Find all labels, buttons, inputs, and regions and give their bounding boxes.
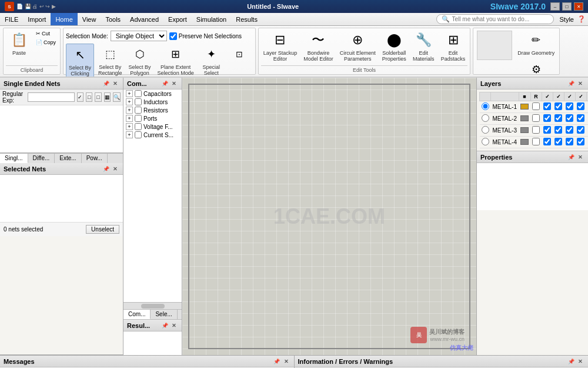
select-clicking-button[interactable]: ↖ Select ByClicking [66,44,94,78]
messages-pin-btn[interactable]: 📌 [273,357,281,366]
tree-expand-ports[interactable]: + [126,115,133,122]
minimize-button[interactable]: – [550,2,560,11]
layer-b-1[interactable] [554,114,562,122]
circuit-element-button[interactable]: ⊕ Circuit ElementParameters [338,29,378,64]
layer-v-1[interactable] [566,114,573,122]
layer-g-3[interactable] [543,138,551,145]
menu-results[interactable]: Results [231,13,262,25]
tree-checkbox-res[interactable] [135,107,142,114]
layer-s-1[interactable] [577,114,584,122]
search-input[interactable] [452,16,540,22]
layer-g-0[interactable] [543,102,551,110]
layers-pin-btn[interactable]: 📌 [567,79,575,88]
info-close-btn[interactable]: ✕ [576,357,584,366]
layer-v-3[interactable] [566,138,573,145]
results-pin-btn[interactable]: 📌 [161,321,169,330]
draw-geometry-button[interactable]: ✏ Draw Geometry [515,29,557,58]
layer-b-2[interactable] [554,126,562,134]
tree-expand-vol[interactable]: + [126,123,133,130]
tab-sele[interactable]: Sele... [151,310,177,319]
layer-v-2[interactable] [566,126,573,134]
regex-btn-1[interactable]: ✓ [77,92,83,102]
edit-padstacks-button[interactable]: ⊞ EditPadstacks [439,29,468,64]
options-button[interactable]: ⚙ Options [515,59,557,78]
tree-expand-cap[interactable]: + [126,90,133,97]
tab-pow[interactable]: Pow... [82,154,108,163]
tree-checkbox-ports[interactable] [135,115,142,122]
copy-button[interactable]: 📄 Copy [34,38,58,47]
tree-item-voltage[interactable]: + Voltage F... [123,122,182,131]
tab-com[interactable]: Com... [123,310,151,319]
selected-nets-pin-btn[interactable]: 📌 [102,165,110,173]
tree-item-ports[interactable]: + Ports [123,114,182,122]
unselect-button[interactable]: Unselect [86,225,119,234]
tab-ext[interactable]: Exte... [55,154,81,163]
properties-pin-btn[interactable]: 📌 [567,153,575,161]
restore-button[interactable]: □ [562,2,572,11]
tree-item-resistors[interactable]: + Resistors [123,106,182,114]
tree-checkbox-cap[interactable] [135,90,142,97]
regex-input[interactable] [28,92,75,102]
plane-extent-button[interactable]: ⊞ Plane ExtentSelection Mode [155,44,196,78]
info-pin-btn[interactable]: 📌 [567,357,575,366]
layer-s-0[interactable] [577,102,584,110]
layer-radio-3[interactable] [482,138,489,145]
tree-checkbox-vol[interactable] [135,123,142,130]
menu-tools[interactable]: Tools [101,13,125,25]
regex-btn-2[interactable]: □ [86,92,92,102]
layer-r-3[interactable] [532,138,540,145]
tree-expand-ind[interactable]: + [126,98,133,105]
tree-item-current[interactable]: + Current S... [123,131,182,139]
select-rectangle-button[interactable]: ⬚ Select ByRectangle [96,44,125,78]
comp-tree-close-btn[interactable]: ✕ [170,79,178,88]
layer-r-0[interactable] [532,102,540,110]
select-polygon-button[interactable]: ⬡ Select ByPolygon [126,44,153,78]
tab-single[interactable]: Singl... [0,154,28,163]
tree-scroll-bar[interactable] [123,302,182,309]
menu-simulation[interactable]: Simulation [192,13,231,25]
single-ended-pin-btn[interactable]: 📌 [102,79,110,88]
selected-nets-close-btn[interactable]: ✕ [111,165,119,173]
menu-file[interactable]: FILE [0,13,23,25]
menu-export[interactable]: Export [163,13,192,25]
menu-view[interactable]: View [78,13,101,25]
bondwire-button[interactable]: 〜 BondwireModel Editor [301,29,336,64]
cut-button[interactable]: ✂ Cut [34,29,58,38]
extra-select-button[interactable]: ⊡ [226,44,253,66]
messages-close-btn[interactable]: ✕ [282,357,290,366]
tree-checkbox-ind[interactable] [135,98,142,105]
tree-item-inductors[interactable]: + Inductors [123,98,182,106]
layer-radio-1[interactable] [482,114,489,122]
layer-g-2[interactable] [543,126,551,134]
layer-r-1[interactable] [532,114,540,122]
search-bar[interactable]: 🔍 [436,14,554,24]
canvas-wrapper[interactable]: 1CAE.COM 吴 吴川斌的博客 www.mr-wu.cn 仿真大佬 [182,78,476,355]
regex-btn-5[interactable]: 🔍 [113,92,121,102]
edit-materials-button[interactable]: 🔧 EditMaterials [410,29,437,64]
properties-close-btn[interactable]: ✕ [576,153,584,161]
style-button[interactable]: Style [556,16,577,23]
special-select-button[interactable]: ✦ SpecialSelect [198,44,225,78]
layer-s-2[interactable] [577,126,584,134]
layer-v-0[interactable] [566,102,573,110]
single-ended-close-btn[interactable]: ✕ [111,79,119,88]
menu-advanced[interactable]: Advanced [125,13,163,25]
paste-button[interactable]: 📋 Paste [6,29,32,58]
menu-home[interactable]: Home [51,13,77,25]
layer-radio-2[interactable] [482,126,489,134]
layer-g-1[interactable] [543,114,551,122]
tab-diff[interactable]: Diffe... [28,154,55,163]
regex-btn-3[interactable]: □ [95,92,101,102]
layer-radio-0[interactable] [482,102,489,110]
comp-tree-pin-btn[interactable]: 📌 [161,79,169,88]
regex-btn-4[interactable]: ▦ [104,92,111,102]
menu-import[interactable]: Import [23,13,51,25]
tree-expand-res[interactable]: + [126,107,133,114]
solderball-button[interactable]: ⬤ SolderballProperties [380,29,409,64]
layer-s-3[interactable] [577,138,584,145]
results-close-btn[interactable]: ✕ [170,321,178,330]
help-icon[interactable]: ❓ [577,15,586,23]
tree-expand-cur[interactable]: + [126,131,133,138]
tree-item-capacitors[interactable]: + Capacitors [123,89,182,98]
selection-mode-dropdown[interactable]: Single Object [111,31,167,41]
